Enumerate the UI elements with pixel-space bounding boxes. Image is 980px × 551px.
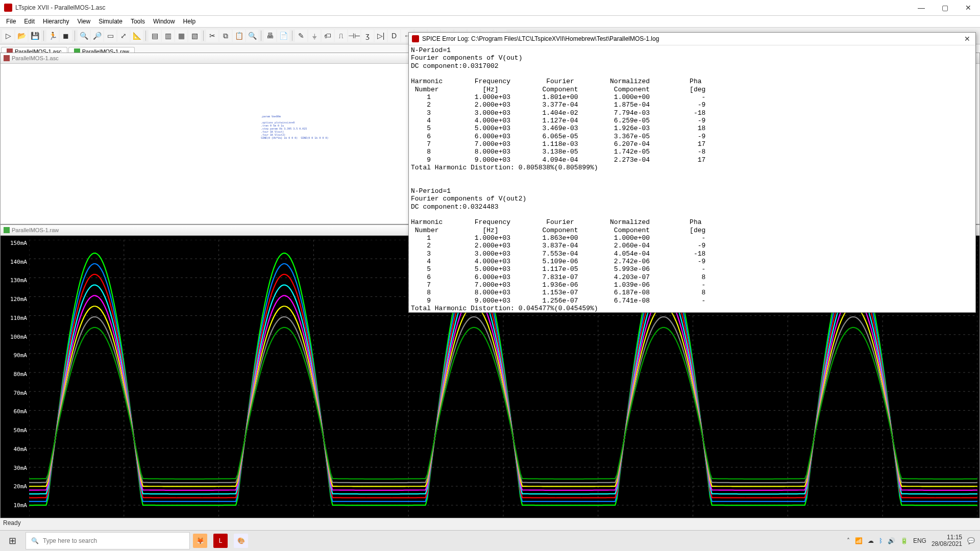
autorange-icon[interactable]: 📐 <box>131 30 143 42</box>
y-tick: 80mA <box>3 371 27 378</box>
app-title: LTspice XVII - ParallelMOS-1.asc <box>15 4 106 11</box>
paint-icon[interactable]: 🎨 <box>234 534 248 548</box>
y-tick: 40mA <box>3 446 27 453</box>
search-placeholder: Type here to search <box>43 537 97 544</box>
schematic-pane-title: ParallelMOS-1.asc <box>12 55 59 61</box>
menu-hierarchy[interactable]: Hierarchy <box>39 17 73 26</box>
menu-simulate[interactable]: Simulate <box>94 17 127 26</box>
error-log-close-button[interactable]: ✕ <box>962 35 972 43</box>
app-logo-icon <box>412 35 419 42</box>
toolbar-sep <box>43 31 44 41</box>
capacitor-icon[interactable]: ⊣⊢ <box>348 30 360 42</box>
inductor-icon[interactable]: ʒ <box>361 30 374 42</box>
menu-tools[interactable]: Tools <box>127 17 149 26</box>
zoom-in-icon[interactable]: 🔍 <box>78 30 90 42</box>
y-tick: 140mA <box>3 259 27 265</box>
y-tick: 50mA <box>3 427 27 434</box>
label-net-icon[interactable]: 🏷 <box>322 30 334 42</box>
resistor-icon[interactable]: ⎍ <box>335 30 347 42</box>
run-icon[interactable]: 🏃 <box>46 30 59 42</box>
y-tick: 30mA <box>3 465 27 471</box>
bluetooth-icon[interactable]: ᛒ <box>879 537 883 544</box>
statusbar: Ready <box>0 518 980 531</box>
notifications-icon[interactable]: 💬 <box>967 537 975 544</box>
error-log-title: SPICE Error Log: C:\Program Files\LTC\LT… <box>422 35 659 42</box>
y-tick: 60mA <box>3 408 27 415</box>
error-log-text[interactable]: N-Period=1 Fourier components of V(out) … <box>409 45 975 312</box>
menu-view[interactable]: View <box>73 17 94 26</box>
find-icon[interactable]: 🔍 <box>246 30 258 42</box>
windows-taskbar: ⊞ 🔍 Type here to search 🦊 L 🎨 ˄ 📶 ☁ ᛒ 🔊 … <box>0 530 980 551</box>
new-schematic-icon[interactable]: ▷ <box>2 30 14 42</box>
diode-icon[interactable]: ▷| <box>375 30 387 42</box>
app-logo-icon <box>4 4 12 12</box>
toolbar-sep <box>203 31 204 41</box>
y-tick: 100mA <box>3 334 27 340</box>
menu-help[interactable]: Help <box>179 17 200 26</box>
clock-date: 28/08/2021 <box>932 541 962 547</box>
firefox-icon[interactable]: 🦊 <box>193 534 207 548</box>
y-tick: 10mA <box>3 502 27 509</box>
tile-vertical-icon[interactable]: ▥ <box>162 30 174 42</box>
y-tick: 110mA <box>3 315 27 321</box>
language-indicator[interactable]: ENG <box>913 537 926 544</box>
close-button[interactable]: ✕ <box>957 0 980 15</box>
minimize-button[interactable]: — <box>910 0 933 15</box>
onedrive-icon[interactable]: ☁ <box>868 537 874 544</box>
y-tick: 150mA <box>3 240 27 246</box>
cascade-icon[interactable]: ▦ <box>175 30 187 42</box>
taskbar-clock[interactable]: 11:15 28/08/2021 <box>932 534 962 547</box>
maximize-button[interactable]: ▢ <box>933 0 957 15</box>
tile-horizontal-icon[interactable]: ▤ <box>149 30 161 42</box>
y-tick: 120mA <box>3 296 27 303</box>
search-icon: 🔍 <box>31 537 39 544</box>
zoom-fit-icon[interactable]: ⤢ <box>117 30 130 42</box>
taskbar-search[interactable]: 🔍 Type here to search <box>26 532 190 549</box>
cut-icon[interactable]: ✂ <box>206 30 218 42</box>
waveform-pane-title: ParallelMOS-1.raw <box>12 227 59 233</box>
toolbar-sep <box>292 31 292 41</box>
menubar: File Edit Hierarchy View Simulate Tools … <box>0 16 980 28</box>
app-titlebar: LTspice XVII - ParallelMOS-1.asc — ▢ ✕ <box>0 0 980 16</box>
error-log-titlebar[interactable]: SPICE Error Log: C:\Program Files\LTC\LT… <box>409 33 975 45</box>
y-tick: 20mA <box>3 483 27 490</box>
y-tick: 90mA <box>3 352 27 359</box>
waveform-y-axis: 150mA140mA130mA120mA110mA100mA90mA80mA70… <box>3 240 27 528</box>
y-tick: 70mA <box>3 390 27 396</box>
zoom-area-icon[interactable]: ▭ <box>104 30 116 42</box>
copy-icon[interactable]: ⧉ <box>219 30 232 42</box>
toolbar-sep <box>75 31 75 41</box>
status-text: Ready <box>3 519 21 527</box>
ltspice-icon[interactable]: L <box>213 534 228 548</box>
schematic-directives: .param Va=80m .options plotwinsize=0 .tr… <box>261 115 328 139</box>
halt-icon[interactable]: ◼ <box>60 30 72 42</box>
volume-icon[interactable]: 🔊 <box>888 537 895 544</box>
print-setup-icon[interactable]: 📄 <box>277 30 289 42</box>
ground-icon[interactable]: ⏚ <box>308 30 321 42</box>
system-tray: ˄ 📶 ☁ ᛒ 🔊 🔋 ENG 11:15 28/08/2021 💬 <box>842 534 980 547</box>
save-icon[interactable]: 💾 <box>29 30 41 42</box>
paste-icon[interactable]: 📋 <box>233 30 245 42</box>
spice-error-log-window[interactable]: SPICE Error Log: C:\Program Files\LTC\LT… <box>408 32 976 313</box>
toolbar-sep <box>145 31 146 41</box>
zoom-out-icon[interactable]: 🔎 <box>91 30 103 42</box>
start-button[interactable]: ⊞ <box>0 531 24 551</box>
menu-file[interactable]: File <box>2 17 20 26</box>
schematic-icon <box>4 55 10 61</box>
waveform-icon <box>4 227 10 233</box>
battery-icon[interactable]: 🔋 <box>900 537 908 544</box>
chevron-up-icon[interactable]: ˄ <box>847 537 850 544</box>
draw-wire-icon[interactable]: ✎ <box>295 30 307 42</box>
menu-edit[interactable]: Edit <box>20 17 39 26</box>
wifi-icon[interactable]: 📶 <box>855 537 863 544</box>
menu-window[interactable]: Window <box>149 17 179 26</box>
close-all-icon[interactable]: ▧ <box>188 30 201 42</box>
y-tick: 130mA <box>3 277 27 284</box>
component-icon[interactable]: D <box>388 30 400 42</box>
toolbar-sep <box>261 31 261 41</box>
open-icon[interactable]: 📂 <box>15 30 28 42</box>
print-icon[interactable]: 🖶 <box>264 30 276 42</box>
